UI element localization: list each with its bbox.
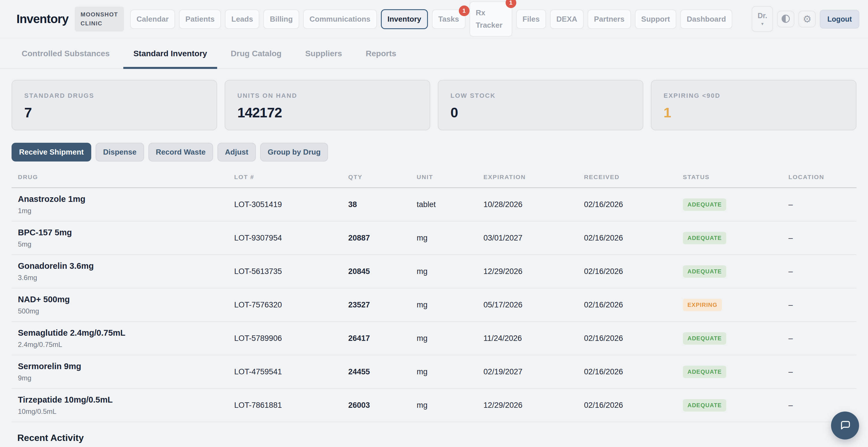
nav-rx-tracker[interactable]: Rx Tracker 1 xyxy=(469,1,512,37)
nav-billing[interactable]: Billing xyxy=(264,9,299,29)
expiration-date: 12/29/2026 xyxy=(477,267,578,276)
lot-number: LOT-5789906 xyxy=(228,334,342,343)
stats-grid: STANDARD DRUGS 7 UNITS ON HAND 142172 LO… xyxy=(11,80,857,130)
table-row[interactable]: Sermorelin 9mg 9mg LOT-4759541 24455 mg … xyxy=(11,355,857,389)
quantity: 38 xyxy=(342,200,410,209)
table-row[interactable]: Tirzepatide 10mg/0.5mL 10mg/0.5mL LOT-78… xyxy=(11,389,857,422)
col-header-location: LOCATION xyxy=(782,174,856,187)
nav-patients[interactable]: Patients xyxy=(179,9,221,29)
lot-number: LOT-4759541 xyxy=(228,368,342,376)
tab-suppliers[interactable]: Suppliers xyxy=(295,38,352,69)
location: – xyxy=(782,368,856,376)
unit: mg xyxy=(410,368,477,376)
nav-files[interactable]: Files xyxy=(516,9,546,29)
receive-shipment-button[interactable]: Receive Shipment xyxy=(11,143,91,162)
expiration-date: 03/01/2027 xyxy=(477,234,578,243)
received-date: 02/16/2026 xyxy=(578,368,676,376)
received-date: 02/16/2026 xyxy=(578,401,676,410)
lot-number: LOT-9307954 xyxy=(228,234,342,243)
recent-activity-heading: Recent Activity xyxy=(11,433,857,443)
quantity: 26003 xyxy=(342,401,410,410)
stat-label: EXPIRING <90D xyxy=(663,92,844,100)
unit: mg xyxy=(410,301,477,309)
tab-drug-catalog[interactable]: Drug Catalog xyxy=(221,38,292,69)
clinic-badge: MOONSHOT CLINIC xyxy=(75,7,124,31)
tab-reports[interactable]: Reports xyxy=(355,38,406,69)
drug-strength: 3.6mg xyxy=(18,274,228,282)
lot-number: LOT-7861881 xyxy=(228,401,342,410)
lot-number: LOT-3051419 xyxy=(228,200,342,209)
drug-name: Semaglutide 2.4mg/0.75mL xyxy=(18,328,228,338)
tasks-notification-badge: 1 xyxy=(459,5,469,16)
col-header-received: RECEIVED xyxy=(578,174,676,187)
nav-dashboard[interactable]: Dashboard xyxy=(680,9,732,29)
header-right-controls: Dr. ▾ ⚙ Logout xyxy=(752,6,859,32)
table-row[interactable]: Gonadorelin 3.6mg 3.6mg LOT-5613735 2084… xyxy=(11,255,857,288)
lot-number: LOT-7576320 xyxy=(228,301,342,309)
settings-button[interactable]: ⚙ xyxy=(798,11,816,27)
nav-tasks[interactable]: Tasks 1 xyxy=(432,9,465,29)
stat-value: 142172 xyxy=(237,105,417,121)
nav-partners[interactable]: Partners xyxy=(588,9,631,29)
col-header-unit: UNIT xyxy=(410,174,477,187)
status-badge: ADEQUATE xyxy=(683,366,726,378)
table-row[interactable]: Semaglutide 2.4mg/0.75mL 2.4mg/0.75mL LO… xyxy=(11,322,857,355)
stat-label: STANDARD DRUGS xyxy=(24,92,205,100)
status-badge: ADEQUATE xyxy=(683,399,726,412)
col-header-status: STATUS xyxy=(677,174,782,187)
col-header-qty: QTY xyxy=(342,174,410,187)
clinic-name-line2: CLINIC xyxy=(81,19,118,28)
nav-inventory[interactable]: Inventory xyxy=(381,9,428,29)
unit: mg xyxy=(410,401,477,410)
adjust-button[interactable]: Adjust xyxy=(217,143,256,162)
logout-button[interactable]: Logout xyxy=(820,10,859,29)
theme-toggle-button[interactable] xyxy=(777,11,794,27)
group-by-drug-button[interactable]: Group by Drug xyxy=(260,143,328,162)
expiration-date: 12/29/2026 xyxy=(477,401,578,410)
stat-card-low-stock: LOW STOCK 0 xyxy=(438,80,643,130)
location: – xyxy=(782,267,856,276)
contrast-icon xyxy=(781,14,790,25)
quantity: 23527 xyxy=(342,301,410,309)
table-row[interactable]: BPC-157 5mg 5mg LOT-9307954 20887 mg 03/… xyxy=(11,221,857,255)
expiration-date: 11/24/2026 xyxy=(477,334,578,343)
quantity: 26417 xyxy=(342,334,410,343)
quantity: 20887 xyxy=(342,234,410,243)
expiration-date: 10/28/2026 xyxy=(477,200,578,209)
dispense-button[interactable]: Dispense xyxy=(96,143,144,162)
clinic-name-line1: MOONSHOT xyxy=(81,10,118,19)
unit: tablet xyxy=(410,200,477,209)
record-waste-button[interactable]: Record Waste xyxy=(148,143,213,162)
tab-controlled-substances[interactable]: Controlled Substances xyxy=(11,38,120,69)
nav-leads[interactable]: Leads xyxy=(225,9,259,29)
table-row[interactable]: NAD+ 500mg 500mg LOT-7576320 23527 mg 05… xyxy=(11,288,857,322)
unit: mg xyxy=(410,267,477,276)
drug-strength: 5mg xyxy=(18,240,228,248)
table-row[interactable]: Anastrozole 1mg 1mg LOT-3051419 38 table… xyxy=(11,188,857,221)
stat-label: UNITS ON HAND xyxy=(237,92,417,100)
chat-fab-button[interactable] xyxy=(831,412,859,440)
expiration-date: 02/19/2027 xyxy=(477,368,578,376)
unit: mg xyxy=(410,234,477,243)
quantity: 24455 xyxy=(342,368,410,376)
location: – xyxy=(782,301,856,309)
lot-number: LOT-5613735 xyxy=(228,267,342,276)
drug-strength: 1mg xyxy=(18,207,228,215)
tab-standard-inventory[interactable]: Standard Inventory xyxy=(123,38,217,69)
main-content: STANDARD DRUGS 7 UNITS ON HAND 142172 LO… xyxy=(0,69,868,443)
table-header-row: DRUG LOT # QTY UNIT EXPIRATION RECEIVED … xyxy=(11,174,857,188)
location: – xyxy=(782,401,856,410)
nav-support[interactable]: Support xyxy=(635,9,677,29)
nav-dexa[interactable]: DEXA xyxy=(550,9,584,29)
stat-card-units-on-hand: UNITS ON HAND 142172 xyxy=(225,80,430,130)
stat-value: 1 xyxy=(663,105,844,121)
drug-strength: 2.4mg/0.75mL xyxy=(18,341,228,349)
location: – xyxy=(782,334,856,343)
inventory-table: DRUG LOT # QTY UNIT EXPIRATION RECEIVED … xyxy=(11,174,857,422)
received-date: 02/16/2026 xyxy=(578,200,676,209)
drug-name: Anastrozole 1mg xyxy=(18,194,228,204)
drug-name: Gonadorelin 3.6mg xyxy=(18,261,228,271)
doctor-menu-button[interactable]: Dr. ▾ xyxy=(752,6,773,32)
nav-calendar[interactable]: Calendar xyxy=(130,9,175,29)
nav-communications[interactable]: Communications xyxy=(303,9,377,29)
